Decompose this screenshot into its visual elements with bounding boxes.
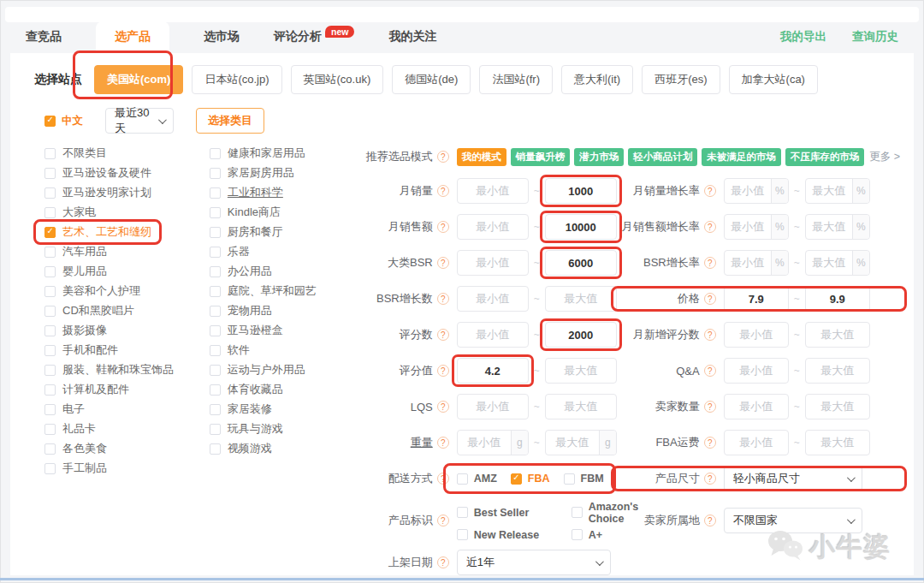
delivery-method-option-checkbox[interactable]: FBM [564, 473, 604, 485]
monthly-new-ratings-max-input[interactable]: 最大值 [805, 322, 870, 348]
site-button-jp[interactable]: 日本站(co.jp) [192, 65, 281, 94]
mode-tag[interactable]: 我的模式 [457, 148, 506, 166]
monthly-revenue-min-input[interactable]: 最小值 [457, 214, 529, 240]
seller-count-min-input[interactable]: 最小值 [724, 394, 789, 419]
tab-competitor[interactable]: 查竞品 [26, 29, 62, 53]
site-button-ca[interactable]: 加拿大站(ca) [729, 65, 818, 94]
category-checkbox[interactable]: 不限类目 [44, 147, 107, 159]
tab-market[interactable]: 选市场 [204, 29, 240, 53]
category-checkbox[interactable]: 工业和科学 [210, 187, 283, 199]
category-checkbox[interactable]: 亚马逊设备及硬件 [44, 167, 151, 179]
monthly-sales-growth-help-icon[interactable]: ? [704, 185, 716, 197]
more-modes-link[interactable]: 更多 > [869, 150, 900, 164]
bsr-growth-rate-max-input[interactable]: 最大值% [805, 250, 870, 276]
rating-count-min-input[interactable]: 最小值 [457, 322, 529, 348]
chinese-checkbox[interactable]: 中文 [44, 114, 83, 128]
rating-count-help-icon[interactable]: ? [437, 329, 449, 341]
price-min-input[interactable]: 7.9 [724, 286, 789, 312]
rating-count-max-input[interactable]: 2000 [545, 322, 617, 348]
price-max-input[interactable]: 9.9 [805, 286, 870, 312]
category-checkbox[interactable]: 玩具与游戏 [210, 423, 283, 435]
listing-date-select[interactable]: 近1年 [457, 550, 611, 575]
choose-category-button[interactable]: 选择类目 [196, 108, 264, 134]
category-checkbox[interactable]: 庭院、草坪和园艺 [210, 285, 317, 297]
link-query-history[interactable]: 查询历史 [852, 29, 898, 45]
product-badge-option-checkbox[interactable]: New Release [457, 529, 561, 541]
mode-tag[interactable]: 未被满足的市场 [702, 148, 781, 166]
qa-min-input[interactable]: 最小值 [724, 358, 789, 384]
site-button-es[interactable]: 西班牙(es) [642, 65, 720, 94]
site-button-fr[interactable]: 法国站(fr) [479, 65, 553, 94]
category-checkbox[interactable]: 运动与户外用品 [210, 364, 305, 376]
tab-review-analysis[interactable]: 评论分析new [274, 29, 354, 53]
rating-value-min-input[interactable]: 4.2 [457, 358, 529, 384]
monthly-revenue-growth-min-input[interactable]: 最小值% [724, 214, 789, 240]
date-range-select[interactable]: 最近30天 [105, 108, 174, 134]
category-checkbox[interactable]: Kindle商店 [210, 206, 281, 218]
category-checkbox[interactable]: 艺术、工艺和缝纫 [44, 226, 151, 238]
bsr-growth-count-min-input[interactable]: 最小值 [457, 286, 529, 312]
category-checkbox[interactable]: 摄影摄像 [44, 324, 107, 336]
site-button-it[interactable]: 意大利(it) [561, 65, 633, 94]
category-checkbox[interactable]: 家居装修 [210, 403, 272, 415]
qa-max-input[interactable]: 最大值 [805, 358, 870, 384]
delivery-method-help-icon[interactable]: ? [437, 473, 449, 485]
lqs-min-input[interactable]: 最小值 [457, 394, 529, 419]
weight-max-input[interactable]: 最大值g [545, 430, 617, 455]
rating-value-max-input[interactable]: 最大值 [545, 358, 617, 384]
mode-tag[interactable]: 轻小商品计划 [628, 148, 697, 166]
category-checkbox[interactable]: CD和黑胶唱片 [44, 305, 134, 317]
lqs-help-icon[interactable]: ? [437, 401, 449, 413]
mode-tag[interactable]: 潜力市场 [574, 148, 624, 166]
category-checkbox[interactable]: 乐器 [210, 246, 250, 258]
seller-count-help-icon[interactable]: ? [704, 401, 716, 413]
monthly-sales-growth-max-input[interactable]: 最大值% [805, 178, 870, 204]
monthly-revenue-help-icon[interactable]: ? [437, 221, 449, 233]
category-checkbox[interactable]: 电子 [44, 403, 85, 415]
weight-min-input[interactable]: 最小值g [457, 430, 529, 455]
bsr-growth-count-help-icon[interactable]: ? [437, 293, 449, 305]
category-checkbox[interactable]: 亚马逊发明家计划 [44, 187, 151, 199]
category-checkbox[interactable]: 手机和配件 [44, 344, 118, 356]
monthly-sales-max-input[interactable]: 1000 [545, 178, 617, 204]
qa-help-icon[interactable]: ? [704, 365, 716, 377]
site-button-uk[interactable]: 英国站(co.uk) [291, 65, 384, 94]
category-checkbox[interactable]: 视频游戏 [210, 443, 272, 455]
product-size-help-icon[interactable]: ? [704, 473, 716, 485]
bsr-growth-count-max-input[interactable]: 最大值 [545, 286, 617, 312]
category-checkbox[interactable]: 手工制品 [44, 462, 107, 474]
tab-watchlist[interactable]: 我的关注 [388, 29, 436, 53]
category-checkbox[interactable]: 办公用品 [210, 265, 272, 277]
bsr-growth-rate-min-input[interactable]: 最小值% [724, 250, 789, 276]
category-checkbox[interactable]: 美容和个人护理 [44, 285, 140, 297]
site-button-us[interactable]: 美国站(com) [94, 65, 183, 94]
category-checkbox[interactable]: 礼品卡 [44, 423, 96, 435]
product-badge-option-checkbox[interactable]: Best Seller [457, 501, 561, 525]
product-badge-help-icon[interactable]: ? [437, 515, 449, 526]
price-help-icon[interactable]: ? [704, 293, 716, 305]
category-checkbox[interactable]: 大家电 [44, 206, 96, 218]
fba-fee-min-input[interactable]: 最小值 [724, 430, 789, 455]
bsr-growth-rate-help-icon[interactable]: ? [704, 257, 716, 269]
category-checkbox[interactable]: 各色美食 [44, 443, 107, 455]
category-checkbox[interactable]: 汽车用品 [44, 246, 107, 258]
category-checkbox[interactable]: 计算机及配件 [44, 384, 129, 396]
mode-tag[interactable]: 不压库存的市场 [785, 148, 865, 166]
monthly-revenue-growth-help-icon[interactable]: ? [704, 221, 716, 233]
product-size-select[interactable]: 轻小商品尺寸 [724, 466, 862, 491]
site-button-de[interactable]: 德国站(de) [392, 65, 471, 94]
monthly-sales-min-input[interactable]: 最小值 [457, 178, 529, 204]
seller-location-help-icon[interactable]: ? [704, 515, 716, 526]
tab-product[interactable]: 选产品 [96, 21, 169, 53]
monthly-sales-growth-min-input[interactable]: 最小值% [724, 178, 789, 204]
monthly-sales-help-icon[interactable]: ? [437, 185, 449, 197]
category-checkbox[interactable]: 厨房和餐厅 [210, 226, 283, 238]
category-checkbox[interactable]: 家居厨房用品 [210, 167, 294, 179]
category-checkbox[interactable]: 亚马逊橙盒 [210, 324, 283, 336]
category-bsr-help-icon[interactable]: ? [437, 257, 449, 269]
help-icon[interactable]: ? [437, 151, 449, 163]
listing-date-help-icon[interactable]: ? [437, 556, 449, 568]
delivery-method-option-checkbox[interactable]: FBA [511, 473, 550, 485]
category-checkbox[interactable]: 宠物用品 [210, 305, 272, 317]
fba-fee-help-icon[interactable]: ? [704, 437, 716, 449]
